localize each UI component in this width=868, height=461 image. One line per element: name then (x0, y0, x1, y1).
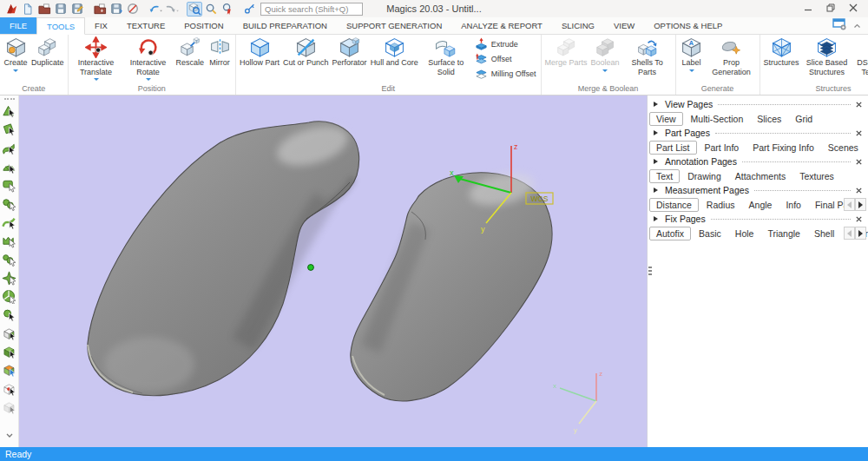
import-part-icon[interactable] (92, 2, 108, 16)
collapse-ribbon-icon[interactable] (853, 21, 861, 31)
undo-icon[interactable] (148, 2, 163, 16)
close-section-icon[interactable] (856, 156, 862, 167)
tab-autofix[interactable]: Autofix (649, 227, 691, 240)
insole-part-right[interactable] (351, 168, 552, 400)
restore-button[interactable] (826, 3, 835, 14)
panel-splitter-grip[interactable] (648, 267, 652, 276)
hollow-part-button[interactable]: Hollow Part (238, 35, 281, 68)
tab-multi-section[interactable]: Multi-Section (685, 113, 750, 125)
close-section-icon[interactable] (856, 99, 862, 109)
redo-icon[interactable] (164, 2, 180, 16)
insole-part-left[interactable] (88, 119, 359, 395)
tab-distance[interactable]: Distance (649, 198, 699, 212)
mirror-button[interactable]: Mirror (206, 35, 233, 68)
tab-scenes[interactable]: Scenes (822, 142, 865, 154)
close-section-icon[interactable] (856, 128, 862, 138)
close-section-icon[interactable] (856, 185, 862, 195)
annotation-pages-header[interactable]: Annotation Pages (648, 155, 868, 168)
export-part-icon[interactable] (108, 2, 124, 16)
view-part-icon[interactable] (187, 2, 202, 16)
tab-radius[interactable]: Radius (700, 199, 741, 211)
view-pages-header[interactable]: View Pages (648, 97, 868, 111)
tab-triangle[interactable]: Triangle (761, 227, 806, 240)
freeform-selection-tool[interactable] (1, 214, 18, 232)
star-selection-tool[interactable] (1, 269, 18, 287)
tab-attachments[interactable]: Attachments (729, 170, 792, 182)
new-part-icon[interactable] (20, 2, 36, 16)
brush-selection-tool[interactable] (1, 250, 18, 268)
tab-texture[interactable]: TEXTURE (117, 17, 174, 34)
hull-and-core-button[interactable]: Hull and Core (369, 35, 420, 68)
tab-file[interactable]: FILE (0, 17, 36, 34)
zoom-icon[interactable] (203, 2, 219, 16)
tab-hole[interactable]: Hole (729, 227, 760, 240)
pie-selection-tool[interactable] (1, 287, 18, 306)
close-button[interactable] (849, 3, 858, 14)
close-section-icon[interactable] (856, 214, 862, 224)
tab-part-info[interactable]: Part Info (699, 142, 746, 154)
milling-offset-button[interactable]: Milling Offset (472, 66, 539, 81)
scroll-right-button[interactable] (855, 227, 866, 240)
3d-scene[interactable]: z x y WCS z x y (19, 95, 647, 447)
tab-build-preparation[interactable]: BUILD PREPARATION (233, 17, 337, 34)
mark-triangle-tool[interactable] (1, 102, 18, 121)
tab-slicing[interactable]: SLICING (552, 17, 604, 34)
measurement-pages-header[interactable]: Measurement Pages (648, 183, 868, 197)
prop-generation-button[interactable]: Prop Generation (706, 35, 758, 76)
select-part-tool[interactable] (1, 325, 18, 343)
polygon-selection-tool[interactable] (1, 232, 18, 250)
save-icon[interactable] (53, 2, 69, 16)
tab-view[interactable]: VIEW (604, 17, 644, 34)
toolbar-grip[interactable] (4, 98, 15, 100)
scroll-left-button[interactable] (844, 198, 855, 211)
translate-part-tool[interactable] (1, 361, 18, 379)
fix-pages-header[interactable]: Fix Pages (648, 212, 868, 226)
circle-selection-tool[interactable] (1, 194, 18, 213)
interactive-translate-button[interactable]: Interactive Translate (70, 35, 122, 81)
load-project-icon[interactable] (36, 2, 52, 16)
tab-textures[interactable]: Textures (793, 170, 840, 182)
label-button[interactable]: A Label (678, 35, 706, 72)
tab-grid[interactable]: Grid (789, 113, 819, 125)
tab-slices[interactable]: Slices (751, 113, 787, 125)
save-as-icon[interactable] (69, 2, 85, 16)
shells-to-parts-button[interactable]: Shells To Parts (621, 35, 674, 76)
surface-to-solid-button[interactable]: Surface to Solid (420, 35, 472, 76)
rescale-button[interactable]: Rescale (174, 35, 207, 68)
cut-or-punch-button[interactable]: Cut or Punch (281, 35, 331, 68)
part-pages-header[interactable]: Part Pages (648, 126, 868, 140)
interactive-rotate-button[interactable]: Interactive Rotate (122, 35, 174, 81)
tab-shell[interactable]: Shell (808, 227, 840, 240)
tab-angle[interactable]: Angle (743, 199, 779, 211)
extrude-button[interactable]: Extrude (472, 36, 539, 51)
structures-button[interactable]: Structures (762, 35, 801, 68)
point-selection-tool[interactable] (1, 306, 18, 324)
tab-drawing[interactable]: Drawing (681, 170, 727, 182)
tab-part-list[interactable]: Part List (649, 141, 697, 155)
dsm-somos-tetrashell-button[interactable]: DSM Somos TetraShell (853, 35, 868, 76)
customize-ui-icon[interactable] (832, 18, 848, 33)
tab-tools[interactable]: TOOLS (36, 17, 85, 35)
pick-point-tool[interactable] (1, 379, 18, 398)
scroll-left-button[interactable] (844, 227, 855, 240)
tab-text[interactable]: Text (649, 169, 680, 183)
tab-info[interactable]: Info (779, 199, 807, 211)
mark-plane-tool[interactable] (1, 121, 18, 139)
quick-search-input[interactable] (260, 3, 363, 16)
mark-shell-tool[interactable] (1, 158, 18, 176)
select-shell-part-tool[interactable] (1, 343, 18, 361)
unload-all-icon[interactable] (125, 2, 141, 16)
tab-part-fixing-info[interactable]: Part Fixing Info (746, 142, 820, 154)
mark-view-icon[interactable] (220, 2, 235, 16)
mark-surface-tool[interactable] (1, 140, 18, 158)
tab-position[interactable]: POSITION (174, 17, 233, 34)
tab-basic[interactable]: Basic (693, 227, 727, 240)
minimize-button[interactable] (804, 3, 812, 14)
tab-view[interactable]: View (649, 112, 683, 126)
tab-fix[interactable]: FIX (85, 17, 117, 34)
tab-support-generation[interactable]: SUPPORT GENERATION (337, 17, 451, 34)
rectangle-selection-tool[interactable] (1, 176, 18, 194)
toolbar-overflow-button[interactable] (1, 427, 18, 445)
tab-options-help[interactable]: OPTIONS & HELP (644, 17, 732, 34)
duplicate-button[interactable]: Duplicate (30, 35, 66, 68)
